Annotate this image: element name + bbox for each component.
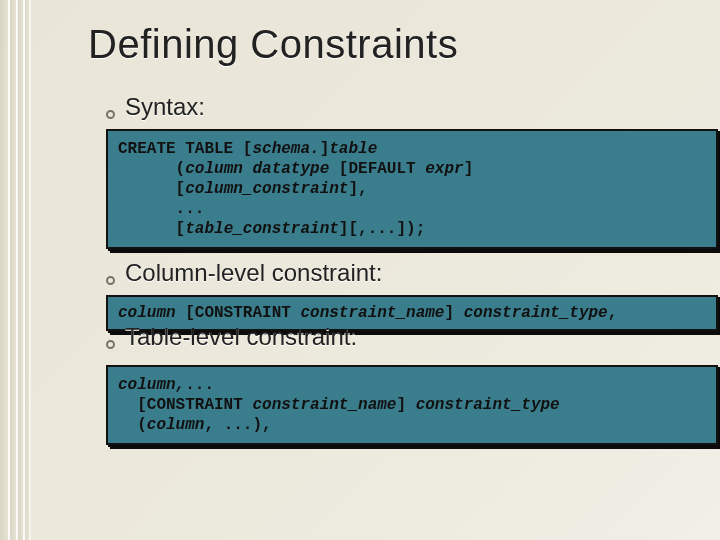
- bullet-column-level: Column-level constraint:: [106, 259, 700, 287]
- code-text: ][,...]);: [339, 220, 425, 238]
- code-text: ,: [608, 304, 618, 322]
- bullet-list: Syntax: CREATE TABLE [schema.]table (col…: [106, 93, 700, 445]
- code-text: CREATE TABLE [: [118, 140, 252, 158]
- slide-title: Defining Constraints: [88, 22, 700, 67]
- code-italic: column_constraint: [185, 180, 348, 198]
- code-text: , ...),: [204, 416, 271, 434]
- code-block-table-constraint: column,... [CONSTRAINT constraint_name] …: [106, 365, 718, 445]
- slide-body: Defining Constraints Syntax: CREATE TABL…: [48, 10, 700, 530]
- code-text: ]: [444, 304, 463, 322]
- code-text: [DEFAULT: [329, 160, 425, 178]
- code-text: ]: [396, 396, 415, 414]
- code-italic: column: [147, 416, 205, 434]
- bullet-ring-icon: [106, 340, 115, 349]
- code-text: ]: [320, 140, 330, 158]
- bullet-syntax-label: Syntax:: [125, 93, 205, 121]
- bullet-ring-icon: [106, 110, 115, 119]
- code-italic: table: [329, 140, 377, 158]
- code-text: (: [118, 160, 185, 178]
- code-text: [CONSTRAINT: [118, 396, 252, 414]
- bullet-table-level-label: Table-level constraint:: [125, 323, 357, 351]
- code-text: ]: [464, 160, 474, 178]
- code-italic: constraint_name: [252, 396, 396, 414]
- bullet-syntax: Syntax:: [106, 93, 700, 121]
- code-italic: column datatype: [185, 160, 329, 178]
- code-italic: constraint_name: [300, 304, 444, 322]
- code-italic: column,: [118, 376, 185, 394]
- code-italic: expr: [425, 160, 463, 178]
- slide-binding-decoration: [0, 0, 36, 540]
- code-text: ],: [348, 180, 367, 198]
- code-text: ...: [118, 200, 204, 218]
- bullet-ring-icon: [106, 276, 115, 285]
- code-text: [: [118, 220, 185, 238]
- code-text: [CONSTRAINT: [176, 304, 301, 322]
- code-text: ...: [185, 376, 214, 394]
- code-italic: constraint_type: [416, 396, 560, 414]
- code-text: (: [118, 416, 147, 434]
- code-italic: table_constraint: [185, 220, 339, 238]
- code-italic: column: [118, 304, 176, 322]
- code-italic: constraint_type: [464, 304, 608, 322]
- code-text: [: [118, 180, 185, 198]
- code-block-create-table: CREATE TABLE [schema.]table (column data…: [106, 129, 718, 249]
- bullet-table-level: Table-level constraint:: [106, 323, 700, 351]
- code-italic: schema.: [252, 140, 319, 158]
- bullet-column-level-label: Column-level constraint:: [125, 259, 382, 287]
